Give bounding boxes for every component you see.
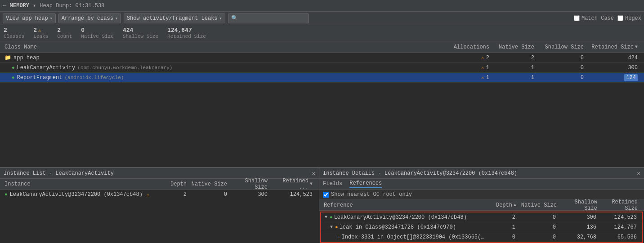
expand-icon[interactable]: ▼ (330, 225, 333, 230)
row-retained: 300 (587, 65, 641, 71)
instance-list-close-button[interactable]: ✕ (312, 170, 315, 177)
gc-root-label: Show nearest GC root only (331, 191, 412, 198)
regex-checkbox[interactable] (617, 15, 623, 21)
folder-icon: 📁 (4, 54, 11, 61)
ref-row-depth: 2 (487, 214, 519, 221)
table-row[interactable]: ● ReportFragment (androidx.lifecycle) ⚠ … (0, 73, 644, 83)
instance-table-header: Instance Depth Native Size Shallow Size … (0, 179, 319, 190)
warn-icon: ⚠ (147, 192, 150, 198)
ref-table-header: Reference Depth ▲ Native Size Shallow Si… (319, 200, 644, 211)
row-retained: 124 (587, 75, 641, 81)
gc-root-checkbox[interactable] (323, 192, 329, 198)
tab-references[interactable]: References (349, 180, 382, 188)
row-shallow: 0 (538, 75, 587, 81)
warn-icon: ⚠ (481, 75, 484, 80)
instance-list-title: Instance List - LeakCanaryActivity (4, 170, 114, 177)
view-app-heap-label: View app heap (6, 15, 48, 22)
stat-shallow-size: 424 Shallow Size (123, 27, 158, 39)
details-close-button[interactable]: ✕ (637, 170, 640, 177)
inst-row-native: 0 (190, 191, 231, 198)
package-name: (com.chunyu.workdemo.leakcanary) (77, 65, 172, 71)
ref-row-native: 0 (519, 214, 559, 221)
table-row[interactable]: ● LeakCanaryActivity (com.chunyu.workdem… (0, 63, 644, 73)
back-button[interactable]: ← (3, 2, 6, 9)
shallow-size-label: Shallow Size (123, 34, 158, 39)
col-header-allocations: Allocations (443, 44, 493, 50)
count-value: 2 (57, 27, 61, 34)
arrange-by-class-dropdown[interactable]: Arrange by class ▾ (58, 13, 121, 23)
ref-row-native: 0 (519, 234, 559, 240)
row-alloc: ⚠ 2 (443, 55, 493, 61)
view-app-heap-dropdown[interactable]: View app heap ▾ (3, 13, 56, 23)
details-title: Instance Details - LeakCanaryActivity@32… (323, 170, 517, 177)
warn-icon: ⚠ (481, 55, 484, 61)
search-icon: 🔍 (231, 15, 238, 22)
stat-retained-size: 124,647 Retained Size (167, 27, 206, 39)
inst-row-name: ● LeakCanaryActivity@323472200 (0x1347cb… (3, 191, 163, 198)
expand-icon[interactable]: ▼ (325, 215, 327, 220)
row-shallow: 0 (538, 55, 587, 61)
ref-row-shallow: 136 (559, 224, 600, 230)
inst-col-shallow: Shallow Size (231, 178, 271, 190)
inst-row-retained: 124,523 (271, 191, 316, 198)
class-name-text: app heap (13, 55, 40, 61)
instance-details-panel: Instance Details - LeakCanaryActivity@32… (319, 168, 644, 243)
alloc-value: 1 (486, 75, 489, 81)
inst-col-native: Native Size (190, 181, 231, 187)
yellow-circle-icon: ● (335, 225, 338, 230)
classes-label: Classes (4, 34, 24, 39)
tab-fields[interactable]: Fields (323, 181, 342, 188)
row-class-name: ● ReportFragment (androidx.lifecycle) (3, 75, 443, 81)
row-native: 2 (493, 55, 538, 61)
classes-value: 2 (4, 27, 7, 34)
shallow-size-value: 424 (123, 27, 133, 34)
show-activity-dropdown[interactable]: Show activity/fragment Leaks ▾ (124, 13, 225, 23)
search-box[interactable]: 🔍 (228, 13, 309, 23)
alloc-value: 1 (486, 65, 489, 71)
warn-icon: ⚠ (481, 65, 484, 71)
search-input[interactable] (240, 15, 306, 22)
ref-row-retained: 124,523 (600, 214, 640, 221)
ref-row[interactable]: ▼ ● leak in Class@323471728 (0x1347c970)… (321, 222, 642, 232)
dropdown-icon: ▾ (33, 2, 36, 9)
warn-icon: ⚠ (38, 27, 41, 33)
retained-highlight: 124 (624, 74, 638, 81)
ref-row-name: ▼ ● LeakCanaryActivity@323472200 (0x1347… (323, 214, 487, 221)
object-icon: ≡ (337, 234, 340, 240)
col-header-retained-size: Retained Size ▼ (587, 44, 641, 50)
ref-col-depth: Depth ▲ (488, 202, 520, 208)
toolbar-right: Match Case Regex (574, 15, 641, 22)
col-header-native-size: Native Size (493, 44, 538, 50)
green-circle-icon: ● (4, 192, 8, 197)
bottom-section: Instance List - LeakCanaryActivity ✕ Ins… (0, 167, 644, 243)
alloc-value: 2 (486, 55, 489, 61)
sort-arrow-icon: ▼ (635, 44, 638, 49)
ref-row[interactable]: ▼ ● LeakCanaryActivity@323472200 (0x1347… (321, 212, 642, 222)
chevron-down-icon: ▾ (115, 16, 118, 21)
sort-arrow-icon: ▲ (514, 203, 516, 208)
ref-row[interactable]: ≡ Index 3331 in Object[]@322331904 (0x13… (321, 232, 642, 242)
row-alloc: ⚠ 1 (443, 75, 493, 81)
ref-col-native: Native Size (520, 202, 560, 208)
chevron-down-icon: ▾ (50, 16, 53, 21)
stat-count: 2 Count (57, 27, 72, 39)
table-row[interactable]: 📁 app heap ⚠ 2 2 0 424 (0, 53, 644, 63)
details-title-bar: Instance Details - LeakCanaryActivity@32… (319, 168, 644, 179)
ref-col-shallow: Shallow Size (560, 199, 601, 212)
retained-size-label: Retained Size (167, 34, 206, 39)
toolbar: View app heap ▾ Arrange by class ▾ Show … (0, 12, 644, 25)
inst-col-retained: Retained ... ▼ (271, 178, 316, 190)
regex-checkbox-label[interactable]: Regex (617, 15, 641, 22)
instance-row[interactable]: ● LeakCanaryActivity@323472200 (0x1347cb… (0, 190, 319, 199)
ref-row-shallow: 32,768 (559, 234, 600, 240)
match-case-checkbox[interactable] (574, 15, 580, 21)
native-size-value: 0 (81, 27, 85, 34)
ref-row-name: ▼ ● leak in Class@323471728 (0x1347c970) (323, 224, 487, 230)
ref-row-name: ≡ Index 3331 in Object[]@322331904 (0x13… (323, 234, 487, 240)
ref-col-reference: Reference (322, 202, 488, 208)
instance-list-panel: Instance List - LeakCanaryActivity ✕ Ins… (0, 168, 319, 243)
row-class-name: ● LeakCanaryActivity (com.chunyu.workdem… (3, 65, 443, 71)
heap-dump-label: Heap Dump: 01:31.538 (40, 3, 104, 9)
col-header-shallow-size: Shallow Size (538, 44, 587, 50)
match-case-checkbox-label[interactable]: Match Case (574, 15, 614, 22)
